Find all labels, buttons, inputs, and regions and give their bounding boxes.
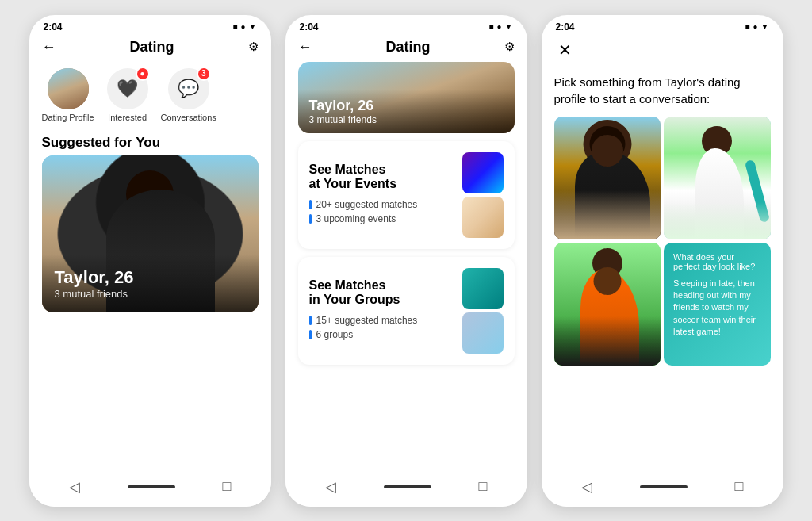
stat-bar-icon — [309, 200, 312, 209]
conversation-header: Pick something from Taylor's dating prof… — [542, 67, 783, 117]
bottom-nav-1: ◁ □ — [29, 470, 271, 507]
events-card-title: See Matches at Your Events — [309, 163, 418, 191]
nav-back-icon-3[interactable]: ◁ — [581, 478, 592, 496]
stat-bar-icon-3 — [309, 316, 312, 325]
back-icon-2[interactable]: ← — [298, 39, 312, 56]
nav-title-2: Dating — [386, 39, 431, 56]
tab-label-profile: Dating Profile — [42, 113, 94, 122]
phone2-content: Taylor, 26 3 mutual friends See Matches … — [285, 62, 527, 470]
conversation-prompt: Pick something from Taylor's dating prof… — [554, 74, 771, 107]
photo-selfie[interactable] — [554, 117, 661, 239]
status-bar-2: 2:04 ■ ● ▼ — [285, 15, 527, 36]
photo-yoga[interactable] — [664, 117, 771, 239]
nav-home-icon-3[interactable]: □ — [735, 478, 744, 495]
settings-icon[interactable]: ⚙ — [248, 40, 259, 54]
events-card[interactable]: See Matches at Your Events 20+ suggested… — [298, 141, 515, 249]
group-img-2 — [462, 312, 504, 354]
events-images — [462, 152, 504, 238]
status-icons-1: ■ ● ▼ — [233, 22, 257, 31]
tabs-row: Dating Profile 🖤 ● Interested 💬 3 Conver… — [29, 62, 271, 128]
groups-stat-2: 6 groups — [309, 329, 418, 340]
profile-banner[interactable]: Taylor, 26 3 mutual friends — [298, 62, 515, 133]
time-1: 2:04 — [44, 21, 63, 33]
bottom-nav-3: ◁ □ — [542, 470, 783, 507]
groups-stat-1: 15+ suggested matches — [309, 315, 418, 326]
photo-qa-card[interactable]: What does your perfect day look like? Sl… — [664, 243, 771, 366]
hero-overlay: Taylor, 26 3 mutual friends — [42, 255, 259, 312]
wifi-icon: ● — [241, 22, 246, 31]
phone-1: 2:04 ■ ● ▼ ← Dating ⚙ Dating Profile — [29, 15, 271, 507]
tab-icon-conversations: 💬 3 — [168, 68, 209, 109]
tab-dating-profile[interactable]: Dating Profile — [42, 68, 94, 122]
person-image-1 — [554, 117, 661, 239]
groups-card[interactable]: See Matches in Your Groups 15+ suggested… — [298, 257, 515, 365]
home-indicator-3 — [640, 485, 688, 488]
status-icons-2: ■ ● ▼ — [489, 22, 513, 31]
bottom-nav-2: ◁ □ — [285, 470, 527, 507]
groups-card-left: See Matches in Your Groups 15+ suggested… — [309, 278, 418, 343]
suggested-section-title: Suggested for You — [29, 128, 271, 155]
nav-home-icon-2[interactable]: □ — [479, 478, 488, 495]
nav-bar-3: ✕ — [542, 36, 783, 67]
nav-bar-1: ← Dating ⚙ — [29, 36, 271, 62]
signal-icon-3: ■ — [745, 22, 750, 31]
nav-title-1: Dating — [130, 39, 174, 56]
phone-2: 2:04 ■ ● ▼ ← Dating ⚙ Taylor, 26 3 mutua… — [285, 15, 527, 507]
phone-3: 2:04 ■ ● ▼ ✕ Pick something from Taylor'… — [542, 15, 783, 507]
photos-grid: What does your perfect day look like? Sl… — [542, 117, 783, 366]
tab-icon-profile — [48, 68, 89, 109]
nav-home-icon[interactable]: □ — [223, 478, 232, 495]
match-card-sub: 3 mutual friends — [309, 114, 504, 125]
photo-outdoors[interactable] — [554, 243, 661, 366]
back-icon[interactable]: ← — [42, 39, 56, 56]
settings-icon-2[interactable]: ⚙ — [504, 40, 515, 54]
wifi-icon-2: ● — [497, 22, 502, 31]
events-stat-1: 20+ suggested matches — [309, 199, 418, 210]
qa-answer-text: Sleeping in late, then heading out with … — [673, 278, 761, 339]
hero-card[interactable]: Taylor, 26 3 mutual friends — [42, 155, 259, 313]
events-card-left: See Matches at Your Events 20+ suggested… — [309, 163, 418, 228]
nav-back-icon-2[interactable]: ◁ — [325, 478, 336, 496]
battery-icon: ▼ — [249, 22, 257, 31]
battery-icon-2: ▼ — [505, 22, 513, 31]
home-indicator-2 — [384, 485, 431, 488]
person-image-2 — [664, 117, 771, 239]
group-img-1 — [462, 268, 504, 309]
close-button[interactable]: ✕ — [554, 39, 576, 61]
time-2: 2:04 — [300, 21, 319, 33]
profile-avatar — [48, 68, 89, 109]
tab-label-conversations: Conversations — [161, 113, 216, 122]
wifi-icon-3: ● — [753, 22, 758, 31]
groups-images — [462, 268, 504, 354]
groups-card-title: See Matches in Your Groups — [309, 278, 418, 307]
match-card-overlay: Taylor, 26 3 mutual friends — [298, 90, 515, 133]
conversations-badge: 3 — [197, 67, 211, 81]
signal-icon-2: ■ — [489, 22, 494, 31]
status-icons-3: ■ ● ▼ — [745, 22, 769, 31]
tab-interested[interactable]: 🖤 ● Interested — [107, 68, 148, 122]
event-img-2 — [462, 197, 504, 238]
nav-back-icon[interactable]: ◁ — [69, 478, 80, 496]
stat-bar-icon-4 — [309, 330, 312, 339]
status-bar-3: 2:04 ■ ● ▼ — [542, 15, 783, 36]
battery-icon-3: ▼ — [761, 22, 769, 31]
hero-sub: 3 mutual friends — [55, 288, 246, 300]
home-indicator-1 — [128, 485, 175, 488]
person-image-3 — [554, 243, 661, 366]
tab-conversations[interactable]: 💬 3 Conversations — [161, 68, 216, 122]
event-img-1 — [462, 152, 504, 193]
hero-name: Taylor, 26 — [55, 267, 246, 288]
interested-badge: ● — [136, 67, 150, 81]
qa-question-text: What does your perfect day look like? — [673, 252, 761, 271]
nav-bar-2: ← Dating ⚙ — [285, 36, 527, 62]
match-card-name: Taylor, 26 — [309, 98, 504, 114]
events-stat-2: 3 upcoming events — [309, 213, 418, 224]
time-3: 2:04 — [556, 21, 575, 33]
signal-icon: ■ — [233, 22, 238, 31]
stat-bar-icon-2 — [309, 214, 312, 224]
tab-label-interested: Interested — [108, 113, 147, 122]
tab-icon-interested: 🖤 ● — [107, 68, 148, 109]
status-bar-1: 2:04 ■ ● ▼ — [29, 15, 271, 36]
